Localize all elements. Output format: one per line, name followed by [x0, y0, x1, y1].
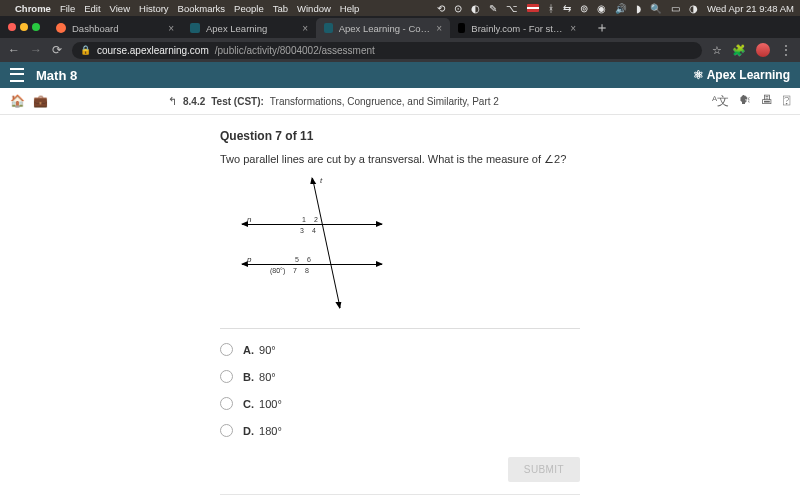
app-menu[interactable]: Chrome	[15, 3, 51, 14]
translate-icon[interactable]: ᴬ文	[712, 93, 729, 110]
choice-text: 90°	[259, 344, 276, 356]
browser-tab[interactable]: Dashboard ×	[48, 18, 182, 38]
bookmark-star-icon[interactable]: ☆	[712, 44, 722, 57]
tab-title: Apex Learning - Courses	[339, 23, 430, 34]
forward-button[interactable]: →	[30, 43, 42, 57]
status-icon[interactable]: ◐	[471, 3, 480, 14]
angle-8-label: 8	[305, 267, 309, 274]
back-button[interactable]: ←	[8, 43, 20, 57]
tab-close-icon[interactable]: ×	[302, 23, 308, 34]
wifi-icon[interactable]: ⊚	[580, 3, 588, 14]
menu-help[interactable]: Help	[340, 3, 360, 14]
status-icon[interactable]: ⟲	[437, 3, 445, 14]
eye-icon[interactable]: ◉	[597, 3, 606, 14]
assessment-title: Transformations, Congruence, and Similar…	[270, 96, 499, 107]
choice-letter: C.	[243, 398, 254, 410]
tab-close-icon[interactable]: ×	[570, 23, 576, 34]
angle-7-label: 7	[293, 267, 297, 274]
status-icon[interactable]: ⊙	[454, 3, 462, 14]
divider	[220, 328, 580, 329]
choice-letter: A.	[243, 344, 254, 356]
given-angle-label: (80°)	[270, 267, 285, 274]
choice-c-radio[interactable]	[220, 397, 233, 410]
profile-avatar[interactable]	[756, 43, 770, 57]
address-bar[interactable]: 🔒 course.apexlearning.com/public/activit…	[72, 42, 702, 59]
tab-title: Brainly.com - For students. By	[471, 23, 564, 34]
browser-tab-active[interactable]: Apex Learning - Courses ×	[316, 18, 450, 38]
menu-file[interactable]: File	[60, 3, 75, 14]
browser-tab[interactable]: Apex Learning ×	[182, 18, 316, 38]
home-icon[interactable]: 🏠	[10, 94, 25, 108]
tab-title: Dashboard	[72, 23, 118, 34]
window-maximize-button[interactable]	[32, 23, 40, 31]
line-p	[242, 264, 382, 265]
siri-icon[interactable]: ◑	[689, 3, 698, 14]
choice-a-radio[interactable]	[220, 343, 233, 356]
question-number: Question 7 of 11	[220, 129, 580, 143]
angle-2-label: 2	[314, 216, 318, 223]
favicon-icon	[324, 23, 333, 33]
submit-button[interactable]: SUBMIT	[508, 457, 580, 482]
menu-history[interactable]: History	[139, 3, 169, 14]
choice-d[interactable]: D. 180°	[220, 424, 580, 437]
angle-6-label: 6	[307, 256, 311, 263]
tab-close-icon[interactable]: ×	[168, 23, 174, 34]
window-minimize-button[interactable]	[20, 23, 28, 31]
lock-icon: 🔒	[80, 45, 91, 55]
mac-menu-bar: Chrome File Edit View History Bookmarks …	[0, 0, 800, 16]
assessment-back-icon[interactable]: ↰	[168, 95, 177, 108]
extensions-icon[interactable]: 🧩	[732, 44, 746, 57]
assessment-sub-bar: 🏠 💼 ↰ 8.4.2 Test (CST): Transformations,…	[0, 88, 800, 115]
window-traffic-lights	[8, 23, 40, 31]
line-n-label: n	[247, 215, 251, 224]
print-icon[interactable]: 🖶	[761, 93, 773, 110]
geometry-diagram: t n p 1 2 3 4 5 6 7 8 (80°)	[232, 178, 412, 318]
angle-3-label: 3	[300, 227, 304, 234]
angle-4-label: 4	[312, 227, 316, 234]
search-icon[interactable]: 🔍	[650, 3, 662, 14]
course-title: Math 8	[36, 68, 77, 83]
browser-menu-icon[interactable]: ⋮	[780, 43, 792, 57]
transversal-line-t	[312, 178, 341, 308]
menu-edit[interactable]: Edit	[84, 3, 100, 14]
status-icon[interactable]: ✎	[489, 3, 497, 14]
brand-logo[interactable]: ⚛Apex Learning	[693, 68, 790, 82]
tab-close-icon[interactable]: ×	[436, 23, 442, 34]
flag-icon[interactable]	[527, 4, 539, 12]
browser-toolbar: ← → ⟳ 🔒 course.apexlearning.com/public/a…	[0, 38, 800, 62]
status-icon[interactable]: ⇆	[563, 3, 571, 14]
menu-tab[interactable]: Tab	[273, 3, 288, 14]
menu-bookmarks[interactable]: Bookmarks	[178, 3, 226, 14]
menu-window[interactable]: Window	[297, 3, 331, 14]
choice-text: 80°	[259, 371, 276, 383]
clock-text[interactable]: Wed Apr 21 9:48 AM	[707, 3, 794, 14]
help-icon[interactable]: ⍰	[783, 93, 790, 110]
line-p-label: p	[247, 255, 251, 264]
url-host: course.apexlearning.com	[97, 45, 209, 56]
choice-letter: B.	[243, 371, 254, 383]
browser-tab-strip: Dashboard × Apex Learning × Apex Learnin…	[0, 16, 800, 38]
menu-view[interactable]: View	[110, 3, 130, 14]
screen-icon[interactable]: ▭	[671, 3, 680, 14]
briefcase-icon[interactable]: 💼	[33, 94, 48, 108]
choice-a[interactable]: A. 90°	[220, 343, 580, 356]
status-icon[interactable]: ⌥	[506, 3, 518, 14]
choice-b-radio[interactable]	[220, 370, 233, 383]
window-close-button[interactable]	[8, 23, 16, 31]
bluetooth-icon[interactable]: ᚼ	[548, 3, 554, 14]
read-aloud-icon[interactable]: 🗣	[739, 93, 751, 110]
choice-d-radio[interactable]	[220, 424, 233, 437]
browser-tab[interactable]: Brainly.com - For students. By ×	[450, 18, 584, 38]
volume-icon[interactable]: 🔊	[615, 3, 627, 14]
line-t-label: t	[320, 176, 322, 185]
choice-c[interactable]: C. 100°	[220, 397, 580, 410]
choice-b[interactable]: B. 80°	[220, 370, 580, 383]
new-tab-button[interactable]: ＋	[584, 18, 620, 38]
menu-people[interactable]: People	[234, 3, 264, 14]
brand-text: Apex Learning	[707, 68, 790, 82]
favicon-icon	[190, 23, 200, 33]
reload-button[interactable]: ⟳	[52, 43, 62, 57]
wifi-signal-icon[interactable]: ◗	[636, 3, 641, 14]
content-area: Question 7 of 11 Two parallel lines are …	[0, 115, 800, 500]
menu-hamburger-icon[interactable]	[10, 68, 24, 82]
